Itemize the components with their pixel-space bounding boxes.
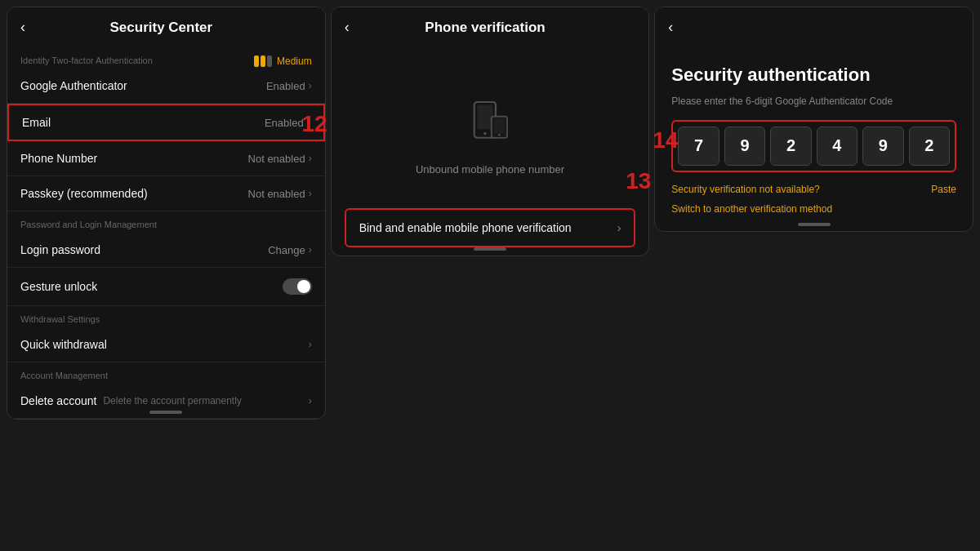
bottom-indicator-1	[149, 411, 182, 414]
step-12-label: 12	[302, 111, 327, 137]
bar1	[254, 56, 259, 67]
withdrawal-section-label: Withdrawal Settings	[7, 306, 325, 327]
email-item[interactable]: Email Enabled ›	[7, 104, 325, 141]
login-password-item[interactable]: Login password Change ›	[7, 233, 325, 268]
security-auth-screen: ‹ Security authentication Please enter t…	[654, 7, 973, 232]
auth-links-row: Security verification not available? Pas…	[671, 184, 956, 195]
passkey-item[interactable]: Passkey (recommended) Not enabled ›	[7, 176, 325, 211]
auth-title: Security authentication	[671, 64, 956, 87]
bottom-indicator-3	[798, 223, 831, 226]
code-digit-2[interactable]: 9	[724, 127, 765, 166]
code-digit-3[interactable]: 2	[770, 127, 811, 166]
screen1-header: ‹ Security Center	[7, 7, 325, 47]
back-button-screen2[interactable]: ‹	[345, 19, 350, 36]
screen2-title: Phone verification	[358, 20, 613, 36]
delete-account-label: Delete account	[20, 394, 96, 407]
passkey-status: Not enabled ›	[248, 188, 312, 200]
code-digit-6[interactable]: 2	[909, 127, 950, 166]
chevron-icon-passkey: ›	[309, 188, 312, 199]
phone-status: Not enabled ›	[248, 153, 312, 165]
medium-label: Medium	[277, 56, 312, 67]
chevron-icon: ›	[309, 80, 312, 91]
password-section-label: Password and Login Management	[7, 211, 325, 233]
bind-phone-button[interactable]: Bind and enable mobile phone verificatio…	[345, 208, 636, 247]
gesture-unlock-label: Gesture unlock	[20, 280, 97, 293]
code-digit-5[interactable]: 9	[862, 127, 903, 166]
bottom-indicator-2	[474, 247, 506, 251]
gesture-unlock-item[interactable]: Gesture unlock	[7, 268, 325, 306]
code-inputs-container: 7 9 2 4 9 2	[671, 120, 956, 172]
screen3-wrapper: ‹ Security authentication Please enter t…	[654, 7, 973, 544]
chevron-icon-phone: ›	[309, 153, 312, 164]
screen3-header: ‹	[655, 7, 973, 47]
security-level-badge: Medium	[254, 56, 312, 67]
quick-withdrawal-item[interactable]: Quick withdrawal ›	[7, 327, 325, 362]
back-button-screen3[interactable]: ‹	[668, 19, 673, 36]
toggle-knob	[297, 280, 310, 293]
google-authenticator-item[interactable]: Google Authenticator Enabled ›	[7, 69, 325, 104]
identity-section-label: Identity Two-factor Authentication Mediu…	[7, 47, 325, 69]
phone-number-item[interactable]: Phone Number Not enabled ›	[7, 141, 325, 176]
chevron-icon-withdrawal: ›	[309, 339, 312, 350]
bar2	[261, 56, 265, 67]
back-button-screen1[interactable]: ‹	[20, 19, 25, 36]
login-password-label: Login password	[20, 243, 100, 256]
auth-subtitle: Please enter the 6-digit Google Authenti…	[671, 96, 956, 107]
login-password-status: Change ›	[268, 244, 312, 256]
screen1-title: Security Center	[33, 20, 289, 36]
google-auth-status: Enabled ›	[266, 80, 312, 92]
step-13-label: 13	[626, 168, 651, 194]
phone-illustration-icon	[461, 96, 519, 153]
delete-account-row: Delete account Delete the account perman…	[20, 394, 242, 407]
code-digit-1[interactable]: 7	[678, 127, 719, 166]
email-label: Email	[22, 116, 51, 129]
screen2-wrapper: ‹ Phone verification Unbound mobile phon…	[331, 7, 650, 544]
screens-outer: ‹ Security Center Identity Two-factor Au…	[7, 7, 973, 544]
screen2-header: ‹ Phone verification	[332, 7, 649, 47]
delete-account-sublabel: Delete the account permanently	[103, 395, 241, 407]
screens-container: ‹ Security Center Identity Two-factor Au…	[0, 0, 980, 551]
screen1-wrapper: ‹ Security Center Identity Two-factor Au…	[7, 7, 326, 544]
unbound-text: Unbound mobile phone number	[416, 163, 564, 176]
google-auth-label: Google Authenticator	[20, 79, 127, 92]
svg-rect-1	[477, 105, 492, 130]
bind-chevron-icon: ›	[617, 221, 621, 234]
quick-withdrawal-label: Quick withdrawal	[20, 338, 107, 351]
paste-button[interactable]: Paste	[931, 184, 956, 195]
account-section-label: Account Management	[7, 362, 325, 384]
phone-icon-container: Unbound mobile phone number	[332, 47, 649, 200]
code-digit-4[interactable]: 4	[817, 127, 858, 166]
svg-point-5	[498, 134, 501, 136]
switch-method-link[interactable]: Switch to another verification method	[671, 203, 956, 215]
phone-label: Phone Number	[20, 152, 97, 165]
phone-verification-screen: ‹ Phone verification Unbound mobile phon…	[331, 7, 650, 256]
chevron-icon-delete: ›	[309, 395, 312, 407]
svg-rect-4	[494, 119, 504, 134]
gesture-toggle[interactable]	[283, 278, 312, 295]
not-available-link[interactable]: Security verification not available?	[671, 184, 819, 195]
bind-button-label: Bind and enable mobile phone verificatio…	[359, 221, 572, 234]
chevron-icon-password: ›	[309, 244, 312, 256]
passkey-label: Passkey (recommended)	[20, 187, 148, 200]
step-14-label: 14	[653, 127, 678, 153]
bar3	[267, 56, 272, 67]
security-center-screen: ‹ Security Center Identity Two-factor Au…	[7, 7, 326, 420]
svg-point-2	[483, 132, 487, 136]
auth-content: Security authentication Please enter the…	[655, 47, 973, 231]
